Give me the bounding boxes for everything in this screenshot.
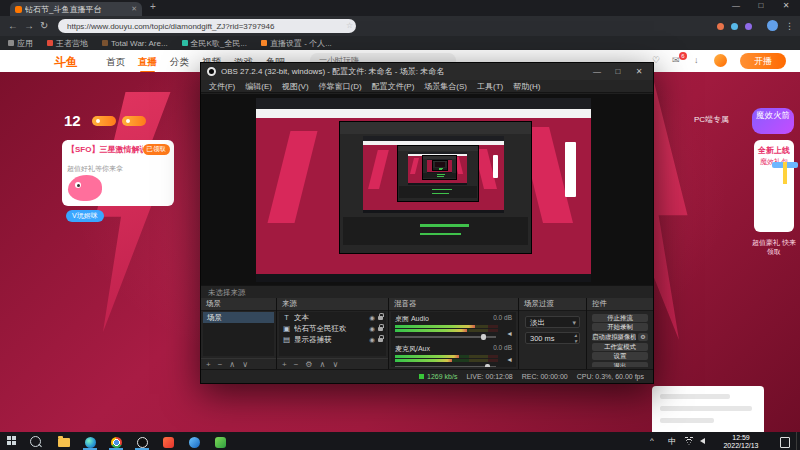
visibility-icon[interactable]: ◉ xyxy=(369,325,375,333)
transition-duration-input[interactable]: 300 ms ▴ ▾ xyxy=(525,332,580,344)
start-recording-button[interactable]: 开始录制 xyxy=(592,323,648,331)
start-button[interactable] xyxy=(7,436,17,446)
visibility-icon[interactable]: ◉ xyxy=(369,336,375,344)
transition-select[interactable]: 淡出 ▾ xyxy=(525,316,580,328)
taskbar-clock[interactable]: 12:59 2022/12/13 xyxy=(712,434,770,449)
douyu-app-icon[interactable] xyxy=(158,434,178,450)
exit-button[interactable]: 退出 xyxy=(592,362,648,367)
nav-categories[interactable]: 分类 xyxy=(170,56,189,69)
tab-close-icon[interactable]: ✕ xyxy=(131,5,137,13)
window-close-button[interactable]: ✕ xyxy=(774,1,798,10)
add-source-button[interactable]: + xyxy=(282,360,287,369)
bookmark-item[interactable]: Total War: Are... xyxy=(102,39,168,48)
bookmark-apps[interactable]: 应用 xyxy=(8,38,33,49)
speaker-icon[interactable]: ◄ xyxy=(506,356,513,363)
obs-close-button[interactable]: ✕ xyxy=(631,67,647,76)
obs-window[interactable]: OBS 27.2.4 (32-bit, windows) - 配置文件: 未命名… xyxy=(200,62,654,384)
add-scene-button[interactable]: + xyxy=(206,360,211,369)
speaker-icon[interactable]: ◄ xyxy=(506,330,513,337)
source-down-button[interactable]: ∨ xyxy=(332,360,338,369)
settings-button[interactable]: 设置 xyxy=(592,352,648,360)
menu-docks[interactable]: 停靠窗口(D) xyxy=(319,81,362,92)
remove-source-button[interactable]: − xyxy=(294,360,299,369)
duration-spinner[interactable]: ▴ ▾ xyxy=(574,332,577,344)
promo-card[interactable]: 全新上线 魔效礼包 xyxy=(754,140,794,232)
tray-expand-icon[interactable]: ^ xyxy=(650,436,654,445)
menu-edit[interactable]: 编辑(E) xyxy=(245,81,272,92)
virtual-camera-button[interactable]: 启动虚拟摄像机 xyxy=(592,333,636,341)
obs-taskbar-icon[interactable] xyxy=(132,434,152,450)
source-up-button[interactable]: ∧ xyxy=(320,360,326,369)
source-item[interactable]: ▤ 显示器捕获 ◉ xyxy=(279,334,386,345)
nav-home[interactable]: 首页 xyxy=(106,56,125,69)
volume-meter xyxy=(395,359,498,362)
menu-profile[interactable]: 配置文件(P) xyxy=(372,81,415,92)
obs-maximize-button[interactable]: □ xyxy=(610,67,626,76)
file-explorer-icon[interactable] xyxy=(54,434,74,450)
stream-card-tag[interactable]: 已领取 xyxy=(143,144,171,155)
promo-pill[interactable] xyxy=(122,116,146,126)
visibility-icon[interactable]: ◉ xyxy=(369,314,375,322)
scene-up-button[interactable]: ∧ xyxy=(229,360,235,369)
browser-tab[interactable]: 钻石节_斗鱼直播平台 ✕ xyxy=(10,2,142,16)
qq-app-icon[interactable] xyxy=(184,434,204,450)
douyu-logo[interactable]: 斗鱼 xyxy=(54,54,78,71)
volume-slider[interactable] xyxy=(395,366,496,367)
new-tab-button[interactable]: + xyxy=(150,1,156,12)
bookmark-item[interactable]: 全民K歌_全民... xyxy=(182,38,247,49)
window-maximize-button[interactable]: □ xyxy=(749,1,773,10)
virtual-camera-config-icon[interactable]: ⚙ xyxy=(638,333,648,341)
taskbar-search-icon[interactable] xyxy=(30,436,41,447)
address-bar[interactable] xyxy=(58,19,356,33)
menu-view[interactable]: 视图(V) xyxy=(282,81,309,92)
user-avatar[interactable] xyxy=(714,54,727,67)
scene-item[interactable]: 场景 xyxy=(203,312,274,323)
forward-icon[interactable]: → xyxy=(24,20,34,32)
volume-icon[interactable] xyxy=(700,438,705,444)
action-center-icon[interactable] xyxy=(780,437,790,448)
source-item[interactable]: T 文本 ◉ xyxy=(279,312,386,323)
chrome-icon[interactable] xyxy=(106,434,126,450)
bookmark-item[interactable]: 直播设置 - 个人... xyxy=(261,38,332,49)
source-item[interactable]: ▣ 钻石节全民狂欢 ◉ xyxy=(279,323,386,334)
promo-bubble[interactable]: 魔效火箭 xyxy=(752,108,794,134)
ime-indicator[interactable]: 中 xyxy=(668,436,676,447)
lock-icon[interactable] xyxy=(378,338,383,342)
show-desktop-button[interactable] xyxy=(796,432,800,450)
extension-icon[interactable] xyxy=(731,23,738,30)
client-download-icon[interactable]: ↓ xyxy=(694,55,699,65)
wechat-app-icon[interactable] xyxy=(210,434,230,450)
obs-preview-area[interactable] xyxy=(201,94,653,285)
obs-minimize-button[interactable]: — xyxy=(589,67,605,76)
extension-icon[interactable] xyxy=(745,23,752,30)
mixer-dock: 混音器 桌面 Audio 0.0 dB ◄ 麦克风/Aux 0.0 dB xyxy=(389,298,519,369)
menu-file[interactable]: 文件(F) xyxy=(209,81,235,92)
network-icon[interactable] xyxy=(684,437,694,445)
back-icon[interactable]: ← xyxy=(8,20,18,32)
lock-icon[interactable] xyxy=(378,327,383,331)
menu-scene-collection[interactable]: 场景集合(S) xyxy=(424,81,467,92)
extension-icon[interactable] xyxy=(717,23,724,30)
source-properties-button[interactable]: ⚙ xyxy=(305,360,312,369)
promo-pill[interactable] xyxy=(92,116,116,126)
browser-menu-icon[interactable]: ⋮ xyxy=(785,20,794,32)
bookmark-star-icon[interactable]: ☆ xyxy=(346,20,353,32)
start-broadcast-button[interactable]: 开播 xyxy=(740,53,786,69)
window-minimize-button[interactable]: — xyxy=(724,1,748,10)
obs-title-bar[interactable]: OBS 27.2.4 (32-bit, windows) - 配置文件: 未命名… xyxy=(201,63,653,80)
nav-live[interactable]: 直播 xyxy=(138,56,157,69)
reload-icon[interactable]: ↻ xyxy=(40,20,48,32)
edge-icon[interactable] xyxy=(80,434,100,450)
remove-scene-button[interactable]: − xyxy=(218,360,223,369)
scene-down-button[interactable]: ∨ xyxy=(242,360,248,369)
browser-profile-avatar[interactable] xyxy=(767,20,778,31)
stream-card[interactable]: 【SFO】三星激情解说 已领取 超值好礼等你来拿 xyxy=(62,140,174,206)
stop-streaming-button[interactable]: 停止推流 xyxy=(592,314,648,322)
volume-slider[interactable] xyxy=(395,336,496,338)
lock-icon[interactable] xyxy=(378,316,383,320)
studio-mode-button[interactable]: 工作室模式 xyxy=(592,343,648,351)
bookmark-item[interactable]: 王者营地 xyxy=(47,38,88,49)
spin-down-icon[interactable]: ▾ xyxy=(574,338,577,344)
menu-tools[interactable]: 工具(T) xyxy=(477,81,503,92)
menu-help[interactable]: 帮助(H) xyxy=(513,81,540,92)
